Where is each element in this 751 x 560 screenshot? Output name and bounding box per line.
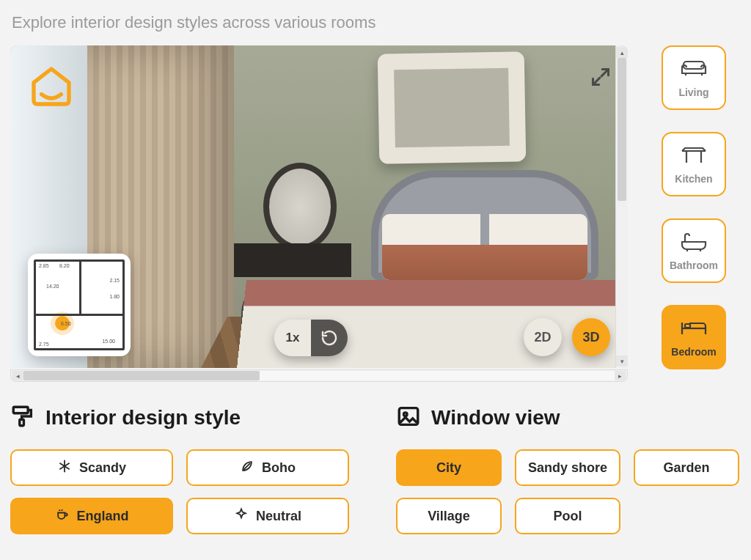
floorplan-label: 8.20 <box>59 263 70 268</box>
scroll-down-arrow[interactable]: ▾ <box>616 355 628 366</box>
room-card-label: Bedroom <box>671 346 716 358</box>
view-panel-title: Window view <box>431 406 560 430</box>
room-3d-preview[interactable]: 2.85 8.20 14.20 2.15 1.80 6.50 15.00 2.7… <box>10 45 628 368</box>
chip-label: Boho <box>262 460 296 476</box>
preview-horizontal-scrollbar[interactable]: ◂ ▸ <box>10 369 628 382</box>
table-icon <box>679 144 708 169</box>
preview-vertical-scrollbar[interactable]: ▴ ▾ <box>615 45 628 368</box>
room-card-label: Bathroom <box>670 259 718 271</box>
rotate-button[interactable] <box>311 320 348 356</box>
zoom-level-button[interactable]: 1x <box>274 320 311 356</box>
svg-point-5 <box>403 413 407 416</box>
room-card-bedroom[interactable]: Bedroom <box>662 305 726 369</box>
sofa-icon <box>679 58 708 82</box>
scroll-right-arrow[interactable]: ▸ <box>615 371 626 380</box>
style-chip-england[interactable]: England <box>10 498 173 534</box>
style-chip-boho[interactable]: Boho <box>186 449 349 486</box>
floorplan-label: 2.75 <box>39 342 49 347</box>
room-card-bathroom[interactable]: Bathroom <box>662 218 726 283</box>
room-preview-container: 2.85 8.20 14.20 2.15 1.80 6.50 15.00 2.7… <box>10 45 628 382</box>
chip-label: England <box>77 509 129 524</box>
floorplan-label: 1.80 <box>109 294 120 299</box>
chip-label: Garden <box>663 460 709 476</box>
chip-label: Sandy shore <box>528 460 607 476</box>
scroll-left-arrow[interactable]: ◂ <box>12 371 23 380</box>
floorplan-label: 6.50 <box>61 321 71 326</box>
style-chip-neutral[interactable]: Neutral <box>186 498 349 534</box>
image-icon <box>396 404 421 432</box>
sparkle-icon <box>234 507 249 526</box>
floorplan-label: 2.15 <box>109 278 120 283</box>
paint-roller-icon <box>10 404 35 432</box>
window-view-panel: Window view CitySandy shoreGardenVillage… <box>396 404 739 534</box>
view-chip-garden[interactable]: Garden <box>634 449 739 486</box>
view-3d-button[interactable]: 3D <box>572 318 610 356</box>
svg-rect-2 <box>13 407 28 413</box>
chip-label: Village <box>428 509 470 524</box>
leaf-icon <box>240 459 254 477</box>
floorplan-label: 14.20 <box>46 284 59 289</box>
floorplan-label: 15.00 <box>102 339 115 344</box>
view-chip-pool[interactable]: Pool <box>515 498 620 534</box>
room-card-living[interactable]: Living <box>662 45 726 110</box>
fullscreen-button[interactable] <box>588 65 613 89</box>
room-selector: Living Kitchen Bathroom Bedroom <box>662 45 726 369</box>
snowflake-icon <box>57 459 72 477</box>
interior-style-panel: Interior design style Scandy Boho Englan… <box>10 404 353 534</box>
page-subtitle: Explore interior design styles across va… <box>12 13 741 32</box>
brand-logo-icon <box>28 63 75 110</box>
svg-rect-0 <box>684 62 704 69</box>
room-card-label: Living <box>678 86 708 98</box>
cup-icon <box>55 507 70 526</box>
chip-label: Neutral <box>256 509 301 524</box>
floorplan-thumbnail[interactable]: 2.85 8.20 14.20 2.15 1.80 6.50 15.00 2.7… <box>28 254 131 356</box>
style-panel-title: Interior design style <box>45 406 241 430</box>
svg-rect-1 <box>685 324 690 328</box>
room-card-label: Kitchen <box>675 173 712 185</box>
chip-label: City <box>436 460 461 476</box>
floorplan-label: 2.85 <box>39 263 49 268</box>
zoom-rotate-controls: 1x <box>274 320 348 356</box>
chip-label: Pool <box>554 509 582 524</box>
view-2d-button[interactable]: 2D <box>524 318 562 356</box>
view-chip-sandy-shore[interactable]: Sandy shore <box>515 449 620 486</box>
scroll-up-arrow[interactable]: ▴ <box>616 47 628 58</box>
room-card-kitchen[interactable]: Kitchen <box>662 132 726 196</box>
view-mode-toggle: 2D 3D <box>524 318 610 356</box>
chip-label: Scandy <box>79 460 126 476</box>
bathtub-icon <box>679 231 708 255</box>
bed-icon <box>679 317 708 342</box>
svg-rect-3 <box>20 419 24 426</box>
view-chip-village[interactable]: Village <box>396 498 502 534</box>
view-chip-city[interactable]: City <box>396 449 502 486</box>
style-chip-scandy[interactable]: Scandy <box>10 449 173 486</box>
